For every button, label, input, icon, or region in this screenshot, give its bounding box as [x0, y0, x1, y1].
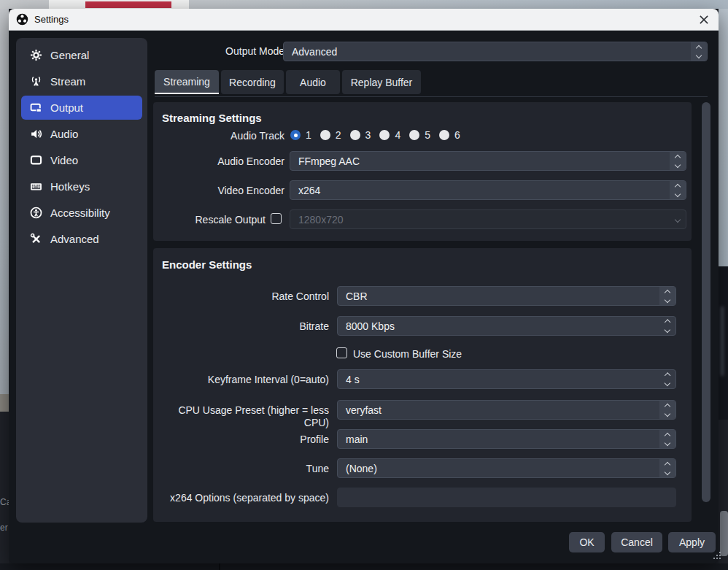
dropdown-spinner-icon[interactable] [659, 430, 675, 448]
dropdown-spinner-icon[interactable] [659, 401, 675, 419]
dropdown-spinner-icon[interactable] [659, 459, 675, 477]
cpu-preset-select[interactable]: veryfast [337, 400, 676, 420]
x264-options-label: x264 Options (separated by space) [155, 492, 329, 504]
audio-encoder-select[interactable]: FFmpeg AAC [290, 151, 686, 171]
bitrate-value: 8000 Kbps [346, 320, 395, 332]
sidebar-item-accessibility[interactable]: Accessibility [21, 201, 142, 225]
radio-label: 5 [425, 129, 430, 141]
background-left-panel [0, 412, 9, 570]
audio-track-option-4[interactable]: 4 [379, 129, 400, 141]
monitor-icon [30, 154, 42, 166]
dropdown-spinner-icon[interactable] [670, 181, 686, 199]
tab-recording[interactable]: Recording [221, 70, 284, 94]
audio-track-label: Audio Track [155, 130, 284, 142]
dropdown-spinner-icon[interactable] [659, 287, 675, 305]
radio-label: 1 [306, 129, 311, 141]
background-bottom-divider [219, 563, 220, 570]
output-icon [30, 101, 42, 114]
sidebar-item-label: Video [50, 154, 78, 166]
broadcast-icon [30, 75, 42, 88]
title-bar[interactable]: Settings [9, 9, 719, 31]
sidebar-item-video[interactable]: Video [21, 148, 142, 172]
tune-value: (None) [346, 463, 377, 474]
encoder-settings-title: Encoder Settings [162, 258, 252, 271]
rate-control-label: Rate Control [155, 290, 329, 303]
background-scrollbar [720, 511, 728, 556]
window-title: Settings [34, 14, 69, 25]
radio-checked-icon[interactable] [290, 130, 301, 140]
sidebar-item-label: Audio [50, 128, 78, 140]
audio-track-option-6[interactable]: 6 [439, 129, 460, 141]
accessibility-icon [30, 207, 42, 219]
audio-track-option-5[interactable]: 5 [409, 129, 430, 141]
sidebar-item-output[interactable]: Output [21, 96, 142, 120]
rescale-output-checkbox[interactable] [271, 213, 282, 224]
keyframe-interval-label: Keyframe Interval (0=auto) [155, 374, 329, 386]
radio-label: 4 [395, 129, 400, 141]
obs-logo-icon [16, 13, 28, 26]
output-mode-select[interactable]: Advanced [283, 42, 708, 61]
tab-audio[interactable]: Audio [286, 70, 340, 94]
cpu-preset-value: veryfast [346, 404, 382, 416]
background-left-photo-edge [0, 394, 9, 412]
background-right-sky [719, 9, 728, 266]
use-custom-buffer-label: Use Custom Buffer Size [353, 348, 462, 360]
sidebar-item-audio[interactable]: Audio [21, 122, 142, 146]
background-right-light-streak [721, 307, 724, 376]
dropdown-spinner-icon[interactable] [670, 152, 686, 170]
profile-value: main [346, 434, 368, 445]
radio-icon[interactable] [350, 130, 360, 140]
keyboard-icon [30, 180, 42, 193]
settings-sidebar: General Stream Output Audio Video Hotkey… [16, 38, 147, 523]
tune-select[interactable]: (None) [337, 458, 676, 478]
sidebar-item-general[interactable]: General [21, 43, 142, 67]
radio-label: 2 [336, 129, 341, 141]
video-encoder-label: Video Encoder [155, 185, 284, 197]
radio-icon[interactable] [409, 130, 419, 140]
sidebar-item-stream[interactable]: Stream [21, 69, 142, 93]
output-mode-value: Advanced [292, 46, 337, 58]
radio-icon[interactable] [320, 130, 330, 140]
radio-icon[interactable] [439, 130, 449, 140]
bitrate-spinbox[interactable]: 8000 Kbps [337, 316, 676, 336]
audio-track-option-1[interactable]: 1 [290, 129, 311, 141]
tab-label: Audio [300, 77, 326, 88]
profile-select[interactable]: main [337, 429, 676, 449]
close-icon[interactable] [698, 14, 710, 26]
streaming-settings-title: Streaming Settings [162, 112, 262, 124]
sidebar-item-advanced[interactable]: Advanced [21, 227, 142, 251]
resize-grip[interactable] [713, 558, 715, 559]
output-mode-label: Output Mode [155, 45, 284, 58]
ok-button[interactable]: OK [569, 532, 605, 552]
sidebar-item-label: Hotkeys [50, 180, 90, 193]
audio-track-option-2[interactable]: 2 [320, 129, 341, 141]
sidebar-item-label: Advanced [50, 233, 99, 245]
tab-streaming[interactable]: Streaming [155, 70, 219, 94]
background-bottom-strip [0, 563, 728, 570]
content-scrollbar[interactable] [702, 102, 710, 502]
video-encoder-value: x264 [298, 185, 320, 196]
bitrate-label: Bitrate [155, 320, 329, 333]
video-encoder-select[interactable]: x264 [290, 180, 686, 200]
audio-track-radios: 1 2 3 4 5 6 [290, 129, 460, 141]
tab-label: Recording [229, 77, 276, 88]
sidebar-item-hotkeys[interactable]: Hotkeys [21, 174, 142, 199]
tab-replay-buffer[interactable]: Replay Buffer [342, 70, 421, 94]
keyframe-interval-value: 4 s [346, 374, 360, 385]
gear-icon [30, 49, 42, 61]
dropdown-spinner-icon[interactable] [691, 42, 707, 61]
rescale-output-label: Rescale Output [155, 214, 266, 226]
profile-label: Profile [155, 434, 329, 446]
spinner-up-down-icon[interactable] [659, 370, 675, 388]
use-custom-buffer-checkbox[interactable] [336, 347, 347, 358]
sidebar-item-label: General [50, 49, 89, 61]
rate-control-select[interactable]: CBR [337, 286, 676, 306]
x264-options-input[interactable] [337, 488, 676, 507]
radio-icon[interactable] [379, 130, 390, 140]
apply-button[interactable]: Apply [668, 532, 716, 552]
keyframe-interval-spinbox[interactable]: 4 s [337, 369, 676, 389]
spinner-up-down-icon[interactable] [659, 317, 675, 335]
chevron-down-icon [670, 210, 686, 228]
cancel-button[interactable]: Cancel [611, 532, 662, 552]
audio-track-option-3[interactable]: 3 [350, 129, 371, 141]
